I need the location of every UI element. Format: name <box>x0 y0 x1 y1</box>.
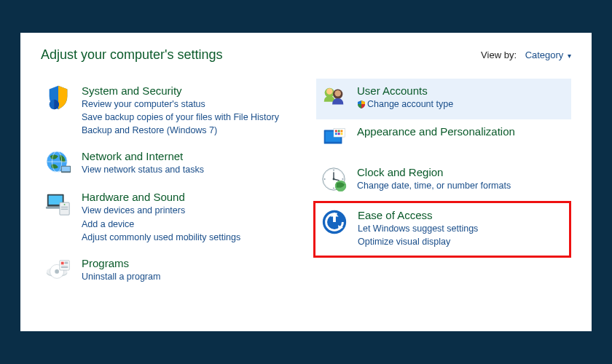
category-title[interactable]: Network and Internet <box>82 150 293 162</box>
category-title[interactable]: Appearance and Personalization <box>357 125 568 138</box>
svg-point-43 <box>342 178 343 180</box>
svg-point-27 <box>334 90 341 97</box>
svg-rect-12 <box>61 207 68 207</box>
category-body: ProgramsUninstall a program <box>82 256 293 283</box>
category-link[interactable]: Save backup copies of your files with Fi… <box>82 111 293 124</box>
svg-rect-13 <box>61 209 68 210</box>
uac-shield-icon <box>357 99 366 108</box>
chevron-down-icon: ▾ <box>568 52 571 60</box>
category-clock-and-region: Clock and RegionChange date, time, or nu… <box>316 160 571 201</box>
category-title[interactable]: Programs <box>82 257 293 269</box>
users-icon[interactable] <box>319 83 348 112</box>
category-link[interactable]: View devices and printers <box>82 204 293 217</box>
svg-rect-19 <box>61 261 64 264</box>
category-link[interactable]: Add a device <box>82 218 293 231</box>
page-title: Adjust your computer's settings <box>41 47 223 63</box>
category-title[interactable]: Hardware and Sound <box>82 191 293 203</box>
left-column: System and SecurityReview your computer'… <box>41 79 296 292</box>
category-link[interactable]: Uninstall a program <box>82 270 293 283</box>
category-body: Hardware and SoundView devices and print… <box>82 189 293 243</box>
svg-rect-20 <box>65 261 68 262</box>
view-by: View by: Category ▾ <box>481 50 571 60</box>
svg-point-41 <box>333 178 335 181</box>
svg-rect-33 <box>341 130 343 132</box>
category-title[interactable]: System and Security <box>82 84 293 97</box>
right-column: User AccountsChange account typeAppearan… <box>316 79 571 292</box>
ease-icon[interactable] <box>320 207 349 237</box>
svg-point-11 <box>64 204 66 205</box>
hardware-icon[interactable] <box>44 189 73 218</box>
svg-rect-35 <box>338 132 340 135</box>
view-by-dropdown[interactable]: Category ▾ <box>525 50 571 60</box>
category-link[interactable]: Change date, time, or number formats <box>357 179 568 192</box>
programs-icon[interactable] <box>44 256 73 285</box>
clock-icon[interactable] <box>319 165 348 194</box>
category-link[interactable]: Let Windows suggest settings <box>358 222 566 235</box>
shield-icon[interactable] <box>44 83 73 112</box>
svg-point-17 <box>55 269 59 274</box>
svg-rect-36 <box>341 132 343 135</box>
svg-rect-34 <box>335 132 337 135</box>
category-body: User AccountsChange account type <box>357 83 568 111</box>
category-body: System and SecurityReview your computer'… <box>82 83 293 137</box>
category-ease-of-access: Ease of AccessLet Windows suggest settin… <box>313 201 571 258</box>
svg-point-42 <box>333 170 334 171</box>
category-title[interactable]: User Accounts <box>357 84 568 97</box>
control-panel: Adjust your computer's settings View by:… <box>20 33 592 331</box>
globe-icon[interactable] <box>44 149 73 178</box>
category-user-accounts: User AccountsChange account type <box>316 79 571 119</box>
category-body: Appearance and Personalization <box>357 124 568 138</box>
view-by-value: Category <box>525 50 564 60</box>
category-link[interactable]: Review your computer's status <box>82 98 293 111</box>
svg-rect-31 <box>335 130 337 132</box>
svg-rect-30 <box>334 129 345 137</box>
svg-rect-32 <box>338 130 340 132</box>
header-row: Adjust your computer's settings View by:… <box>41 47 571 63</box>
appearance-icon[interactable] <box>319 124 348 153</box>
category-body: Network and InternetView network status … <box>82 149 293 176</box>
category-link[interactable]: Change account type <box>357 98 568 111</box>
category-columns: System and SecurityReview your computer'… <box>41 79 571 292</box>
category-programs: ProgramsUninstall a program <box>41 251 296 292</box>
svg-rect-22 <box>61 266 68 266</box>
category-body: Ease of AccessLet Windows suggest settin… <box>358 207 566 248</box>
category-link[interactable]: View network status and tasks <box>82 163 293 176</box>
view-by-label: View by: <box>481 50 517 60</box>
category-link[interactable]: Backup and Restore (Windows 7) <box>82 124 293 137</box>
category-system-and-security: System and SecurityReview your computer'… <box>41 79 296 144</box>
svg-point-45 <box>324 178 326 180</box>
svg-point-44 <box>333 187 334 189</box>
category-title[interactable]: Ease of Access <box>358 209 566 221</box>
category-network-and-internet: Network and InternetView network status … <box>41 144 296 185</box>
svg-rect-21 <box>65 263 68 264</box>
category-hardware-and-sound: Hardware and SoundView devices and print… <box>41 185 296 250</box>
category-link[interactable]: Optimize visual display <box>358 235 566 248</box>
category-appearance-and-personalization: Appearance and Personalization <box>316 119 571 160</box>
svg-rect-23 <box>61 267 68 268</box>
category-title[interactable]: Clock and Region <box>357 166 568 178</box>
svg-point-25 <box>326 88 333 95</box>
category-body: Clock and RegionChange date, time, or nu… <box>357 165 568 192</box>
category-link[interactable]: Adjust commonly used mobility settings <box>82 231 293 244</box>
svg-rect-6 <box>62 167 70 172</box>
